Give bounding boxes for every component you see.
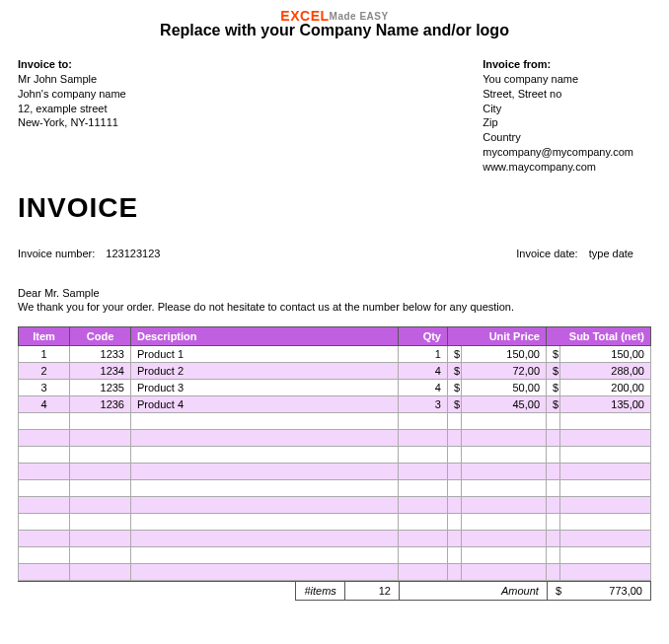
col-description: Description	[131, 326, 399, 345]
totals-currency: $	[548, 582, 563, 601]
invoice-heading: INVOICE	[18, 192, 651, 224]
table-row: 21234Product 24$72,00$288,00	[19, 362, 651, 379]
invoice-number-value: 123123123	[106, 248, 160, 259]
items-table: Item Code Description Qty Unit Price Sub…	[18, 326, 651, 581]
logo-made-easy: Made EASY	[330, 11, 389, 22]
invoice-to-line: Mr John Sample	[18, 72, 126, 87]
invoice-from-line: Zip	[483, 115, 633, 130]
table-row	[19, 479, 651, 496]
col-qty: Qty	[398, 326, 447, 345]
invoice-to-line: 12, example street	[18, 102, 126, 116]
table-header-row: Item Code Description Qty Unit Price Sub…	[19, 326, 651, 345]
table-row: 31235Product 34$50,00$200,00	[19, 379, 651, 395]
thank-you-text: We thank you for your order. Please do n…	[18, 301, 651, 313]
invoice-from-line: Country	[483, 130, 633, 145]
invoice-date-value: type date	[589, 248, 633, 259]
invoice-from-line: www.maycompany.com	[483, 160, 633, 175]
invoice-from-title: Invoice from:	[483, 57, 633, 72]
invoice-to-line: John's company name	[18, 87, 126, 102]
invoice-from-line: You company name	[483, 72, 633, 87]
greeting: Dear Mr. Sample	[18, 287, 651, 299]
col-code: Code	[70, 326, 131, 345]
table-row	[19, 546, 651, 563]
col-unit-price: Unit Price	[447, 326, 546, 345]
totals-items-value: 12	[345, 582, 400, 601]
invoice-number-label: Invoice number:	[18, 248, 95, 259]
table-row	[19, 563, 651, 580]
invoice-from-line: mycompany@mycompany.com	[483, 145, 633, 160]
table-row	[19, 463, 651, 479]
col-item: Item	[19, 326, 70, 345]
invoice-from-line: Street, Street no	[483, 87, 633, 102]
table-row	[19, 446, 651, 463]
invoice-from-line: City	[483, 102, 633, 116]
company-name-placeholder: Replace with your Company Name and/or lo…	[18, 22, 651, 39]
table-row: 41236Product 43$45,00$135,00	[19, 395, 651, 412]
table-row	[19, 530, 651, 546]
totals-amount-label: Amount	[400, 582, 548, 601]
invoice-from-block: Invoice from: You company name Street, S…	[483, 57, 633, 175]
invoice-to-block: Invoice to: Mr John Sample John's compan…	[18, 57, 126, 175]
invoice-date-label: Invoice date:	[516, 248, 577, 259]
totals-row: #items 12 Amount $ 773,00	[18, 581, 651, 601]
totals-amount-value: 773,00	[563, 582, 651, 601]
table-row: 11233Product 11$150,00$150,00	[19, 345, 651, 362]
invoice-to-title: Invoice to:	[18, 57, 126, 72]
totals-items-label: #items	[295, 582, 344, 601]
table-row	[19, 513, 651, 530]
invoice-date: Invoice date: type date	[516, 248, 633, 259]
table-row	[19, 429, 651, 446]
table-row	[19, 412, 651, 429]
invoice-number: Invoice number: 123123123	[18, 248, 160, 259]
table-row	[19, 496, 651, 513]
col-subtotal: Sub Total (net)	[547, 326, 651, 345]
invoice-to-line: New-York, NY-11111	[18, 115, 126, 130]
